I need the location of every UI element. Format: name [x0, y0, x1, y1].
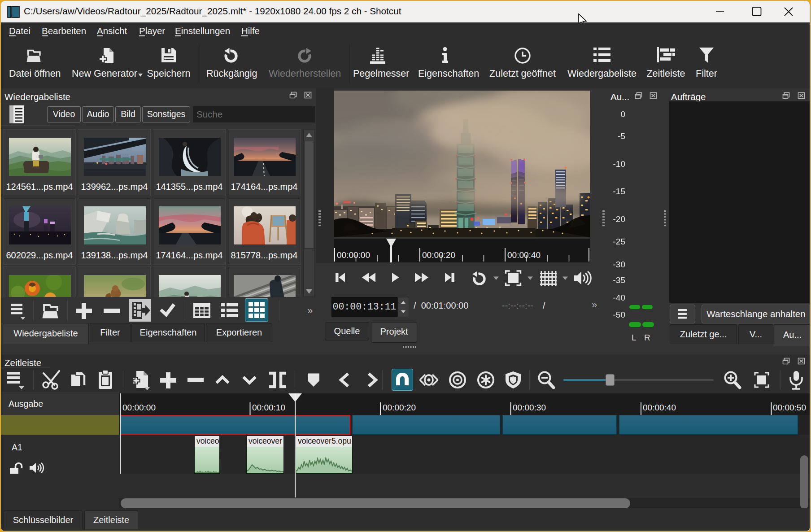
svg-text:00:00:20: 00:00:20 [383, 403, 416, 412]
svg-text:00:00:20: 00:00:20 [422, 250, 455, 260]
svg-text:00:00:40: 00:00:40 [507, 250, 541, 260]
svg-text:00:00:00: 00:00:00 [122, 403, 156, 412]
svg-text:00:00:30: 00:00:30 [513, 403, 546, 412]
svg-text:00:00:00: 00:00:00 [337, 250, 370, 260]
svg-text:00:00:50: 00:00:50 [773, 403, 806, 412]
svg-text:00:00:40: 00:00:40 [643, 403, 676, 412]
svg-text:00:00:10: 00:00:10 [252, 403, 285, 412]
